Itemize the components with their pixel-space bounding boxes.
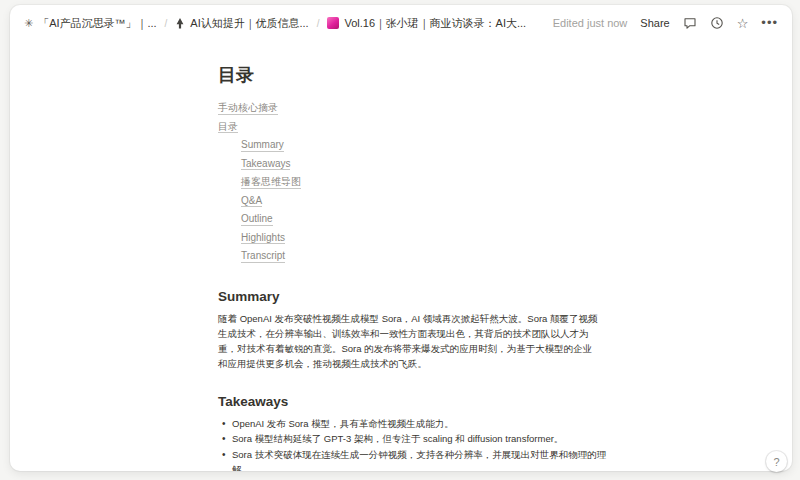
- comments-icon[interactable]: [683, 16, 697, 30]
- favorite-star-icon[interactable]: ☆: [737, 16, 749, 31]
- top-bar: ✳ 「AI产品沉思录™」｜... / AI认知提升｜优质信息... / Vol.…: [10, 5, 792, 41]
- updates-clock-icon[interactable]: [710, 16, 724, 30]
- takeaway-item: Sora 技术突破体现在连续生成一分钟视频，支持各种分辨率，并展现出对世界和物理…: [218, 447, 608, 472]
- breadcrumb: ✳ 「AI产品沉思录™」｜... / AI认知提升｜优质信息... / Vol.…: [24, 16, 526, 31]
- summary-heading: Summary: [218, 289, 610, 304]
- help-button[interactable]: ?: [766, 451, 787, 472]
- toc-item-summary[interactable]: Summary: [241, 136, 284, 155]
- breadcrumb-item-current-page[interactable]: Vol.16｜张小珺｜商业访谈录：AI大...: [327, 16, 526, 31]
- breadcrumb-item-parent-page[interactable]: AI认知提升｜优质信息...: [175, 16, 308, 31]
- breadcrumb-separator: /: [165, 18, 168, 29]
- pink-cover-icon: [327, 17, 339, 29]
- flower-icon: ✳: [24, 18, 33, 29]
- breadcrumb-label: Vol.16｜张小珺｜商业访谈录：AI大...: [344, 16, 526, 31]
- toc-item-takeaways[interactable]: Takeaways: [241, 155, 290, 174]
- toc-item-catalog[interactable]: 目录: [218, 118, 238, 137]
- breadcrumb-separator: /: [317, 18, 320, 29]
- topbar-actions: Edited just now Share ☆ •••: [553, 16, 778, 31]
- takeaway-item: OpenAI 发布 Sora 模型，具有革命性视频生成能力。: [218, 416, 608, 432]
- takeaway-item: Sora 模型结构延续了 GPT-3 架构，但专注于 scaling 和 dif…: [218, 431, 608, 447]
- toc-item-highlights[interactable]: Highlights: [241, 229, 285, 248]
- breadcrumb-label: AI认知提升｜优质信息...: [190, 16, 308, 31]
- toc-item-qa[interactable]: Q&A: [241, 192, 262, 211]
- more-options-icon[interactable]: •••: [761, 20, 778, 25]
- takeaways-heading: Takeaways: [218, 394, 610, 409]
- breadcrumb-label: 「AI产品沉思录™」｜...: [38, 16, 156, 31]
- tree-icon: [175, 18, 185, 29]
- page-title: 目录: [218, 63, 610, 87]
- toc-item-mindmap[interactable]: 播客思维导图: [241, 173, 301, 192]
- toc-item-manual-excerpt[interactable]: 手动核心摘录: [218, 99, 278, 118]
- toc-item-outline[interactable]: Outline: [241, 210, 273, 229]
- summary-paragraph: 随着 OpenAI 发布突破性视频生成模型 Sora，AI 领域再次掀起轩然大波…: [218, 311, 600, 371]
- share-button[interactable]: Share: [640, 17, 669, 29]
- edited-status: Edited just now: [553, 17, 628, 29]
- takeaways-list: OpenAI 发布 Sora 模型，具有革命性视频生成能力。 Sora 模型结构…: [218, 416, 608, 472]
- toc-item-transcript[interactable]: Transcript: [241, 247, 285, 266]
- app-window: ✳ 「AI产品沉思录™」｜... / AI认知提升｜优质信息... / Vol.…: [10, 5, 792, 471]
- breadcrumb-item-workspace[interactable]: ✳ 「AI产品沉思录™」｜...: [24, 16, 157, 31]
- document-body: 目录 手动核心摘录 目录 Summary Takeaways 播客思维导图 Q&…: [10, 41, 610, 471]
- table-of-contents: 手动核心摘录 目录 Summary Takeaways 播客思维导图 Q&A O…: [218, 99, 610, 266]
